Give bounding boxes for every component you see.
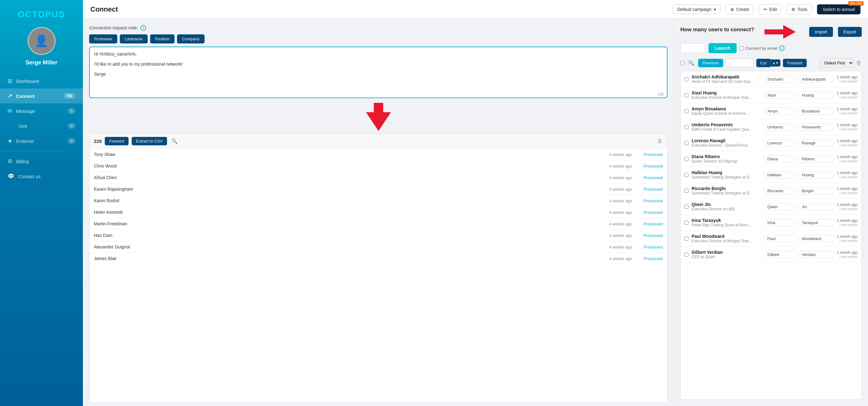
table-row[interactable]: Qiwei Jin Executive Director at UBS Qiwe… bbox=[681, 199, 862, 215]
table-row[interactable]: Diana Ribeiro Quant. Director at Citigro… bbox=[681, 151, 862, 167]
sidebar-item-connect[interactable]: ↗ Connect 761 bbox=[0, 89, 83, 103]
lead-firstname[interactable]: Umberto bbox=[765, 124, 796, 131]
lead-lastname[interactable]: Adhikarapatti bbox=[799, 76, 834, 83]
table-row[interactable]: Xiaxi Huang Executive Director at Morgan… bbox=[681, 87, 862, 103]
list-item[interactable]: Martin Freedman 4 weeks ago Processed bbox=[89, 218, 667, 230]
lead-lastname[interactable]: Huang bbox=[799, 171, 834, 178]
lead-checkbox[interactable] bbox=[684, 237, 688, 241]
lead-lastname[interactable]: Tarasyuk bbox=[799, 219, 834, 226]
lead-time-label: Lead added bbox=[837, 255, 858, 259]
forward-button[interactable]: Forward bbox=[105, 137, 129, 145]
list-item[interactable]: Hao Dam 4 weeks ago Processed bbox=[89, 230, 667, 241]
lead-firstname[interactable]: Paul bbox=[765, 235, 796, 242]
company-tag-button[interactable]: Company bbox=[177, 34, 205, 43]
lead-checkbox[interactable] bbox=[684, 77, 688, 81]
page-title: Connect bbox=[90, 5, 668, 13]
campaign-select[interactable]: Default campaign ▾ bbox=[673, 5, 721, 14]
sidebar-item-endorse[interactable]: ★ Endorse 0 bbox=[0, 133, 83, 148]
filter-search-button[interactable]: 🔍 bbox=[687, 59, 696, 67]
lead-checkbox[interactable] bbox=[684, 157, 688, 161]
lead-time: 1 month ago Lead added bbox=[837, 250, 858, 259]
lead-firstname[interactable]: Lorenzo bbox=[765, 139, 796, 146]
lead-firstname[interactable]: Gilbert bbox=[765, 251, 796, 258]
premium-filter-button[interactable]: Premium bbox=[698, 59, 723, 67]
list-item[interactable]: Tony Shaw 4 weeks ago Processed bbox=[89, 149, 667, 160]
lead-firstname[interactable]: Haibiao bbox=[765, 171, 796, 178]
sidebar-item-visit[interactable]: 👤 Visit 0 bbox=[0, 119, 83, 133]
import-button[interactable]: Import bbox=[809, 27, 833, 37]
edit-button[interactable]: ✏ Edit bbox=[759, 4, 781, 14]
sidebar-item-message[interactable]: ✉ Message 0 bbox=[0, 103, 83, 119]
lead-name: Diana Ribeiro bbox=[691, 154, 762, 159]
lead-firstname[interactable]: Riccardo bbox=[765, 187, 796, 194]
export-button[interactable]: Export bbox=[838, 27, 862, 37]
launch-button[interactable]: Launch bbox=[709, 43, 737, 53]
table-row[interactable]: Lorenzo Ravagli Executive Director - Qua… bbox=[681, 135, 862, 151]
lead-checkbox[interactable] bbox=[684, 125, 688, 129]
lead-lastname[interactable]: Woodward bbox=[799, 235, 834, 242]
filter-text-input[interactable] bbox=[726, 59, 754, 67]
lead-firstname[interactable]: Diana bbox=[765, 155, 796, 163]
connect-count-input[interactable] bbox=[680, 43, 705, 53]
lead-lastname[interactable]: Boualaoui bbox=[799, 107, 834, 115]
lead-checkbox[interactable] bbox=[684, 173, 688, 177]
list-item[interactable]: Karim Roshd 4 weeks ago Processed bbox=[89, 195, 667, 207]
list-search-button[interactable]: 🔍 bbox=[170, 137, 179, 145]
sort-select[interactable]: Oldest First bbox=[819, 58, 854, 68]
cut-arrows-button[interactable]: ▲▼ bbox=[770, 59, 780, 67]
list-item[interactable]: Chris Wood 4 weeks ago Processed bbox=[89, 160, 667, 172]
forward-filter-button[interactable]: Forward bbox=[783, 59, 807, 67]
lead-checkbox[interactable] bbox=[684, 109, 688, 113]
lead-firstname[interactable]: Qiwei bbox=[765, 203, 796, 210]
lead-checkbox[interactable] bbox=[684, 221, 688, 225]
lead-checkbox[interactable] bbox=[684, 141, 688, 145]
table-row[interactable]: Amyn Boualaoui Equity Quant at Bank of A… bbox=[681, 103, 862, 119]
position-tag-button[interactable]: Position bbox=[150, 34, 175, 43]
sidebar-item-dashboard[interactable]: ⊞ Dashboard bbox=[0, 73, 83, 89]
lead-firstname[interactable]: Amyn bbox=[765, 107, 796, 115]
sidebar-item-contact[interactable]: 💬 Contact us bbox=[0, 169, 83, 184]
sidebar-item-billing[interactable]: ⚙ Billing bbox=[0, 154, 83, 169]
lead-lastname[interactable]: Verdian bbox=[799, 251, 834, 258]
filter-trash-button[interactable]: 🗑 bbox=[856, 60, 862, 66]
campaign-label: Default campaign bbox=[677, 7, 711, 12]
lead-firstname[interactable]: Irina bbox=[765, 219, 796, 226]
lead-checkbox[interactable] bbox=[684, 189, 688, 193]
list-item[interactable]: Alexandre Guignot 4 weeks ago Processed bbox=[89, 241, 667, 253]
lead-time-ago: 1 month ago bbox=[837, 91, 858, 95]
extract-csv-button[interactable]: Extract to CSV bbox=[132, 137, 167, 145]
lead-lastname[interactable]: Pesavento bbox=[799, 124, 834, 131]
list-item[interactable]: James Blair 4 weeks ago Processed bbox=[89, 253, 667, 264]
lead-firstname[interactable]: Xiaxi bbox=[765, 92, 796, 99]
lead-firstname[interactable]: Srichakri bbox=[765, 76, 796, 83]
lead-checkbox[interactable] bbox=[684, 93, 688, 97]
table-row[interactable]: Haibiao Huang Systematic Trading Strateg… bbox=[681, 167, 862, 183]
table-row[interactable]: Srichakri Adhikarapatti Head of FX Spot … bbox=[681, 71, 862, 87]
lead-lastname[interactable]: Borghi bbox=[799, 187, 834, 194]
table-row[interactable]: Riccardo Borghi Systematic Trading Strat… bbox=[681, 183, 862, 199]
lead-checkbox[interactable] bbox=[684, 252, 688, 257]
lead-lastname[interactable]: Jin bbox=[799, 203, 834, 210]
table-row[interactable]: Paul Woodward Executive Director at Morg… bbox=[681, 231, 862, 247]
list-item[interactable]: Easen Rajasingham 4 weeks ago Processed bbox=[89, 183, 667, 195]
list-item[interactable]: Helen Kemmitt 4 weeks ago Processed bbox=[89, 207, 667, 218]
lead-time-label: Lead added bbox=[837, 239, 858, 242]
lead-checkbox[interactable] bbox=[684, 205, 688, 209]
lead-lastname[interactable]: Ravagli bbox=[799, 139, 834, 146]
list-trash-button[interactable]: 🗑 bbox=[657, 138, 663, 144]
list-item[interactable]: Xihua Chen 4 weeks ago Processed bbox=[89, 172, 667, 183]
lastname-tag-button[interactable]: Lastname bbox=[120, 34, 148, 43]
create-button[interactable]: ⊕ Create bbox=[726, 4, 754, 14]
tools-button[interactable]: ⚙ Tools bbox=[787, 4, 812, 14]
cut-button[interactable]: Cut bbox=[756, 59, 770, 67]
connect-by-email-checkbox[interactable] bbox=[740, 46, 744, 50]
firstname-tag-button[interactable]: Firstname bbox=[89, 34, 117, 43]
message-textarea[interactable] bbox=[89, 46, 668, 98]
select-all-checkbox[interactable] bbox=[680, 61, 684, 65]
table-row[interactable]: Gilbert Verdian CEO at Quant Gilbert Ver… bbox=[681, 247, 862, 263]
switch-annual-button[interactable]: 35% OFF Switch to annual bbox=[817, 4, 861, 14]
lead-lastname[interactable]: Huang bbox=[799, 92, 834, 99]
table-row[interactable]: Umberto Pesavento EMEA Head of Cash Equi… bbox=[681, 119, 862, 135]
table-row[interactable]: Irina Tarasyuk Rates Algo Trading Quant … bbox=[681, 215, 862, 231]
lead-lastname[interactable]: Ribeiro bbox=[799, 155, 834, 163]
